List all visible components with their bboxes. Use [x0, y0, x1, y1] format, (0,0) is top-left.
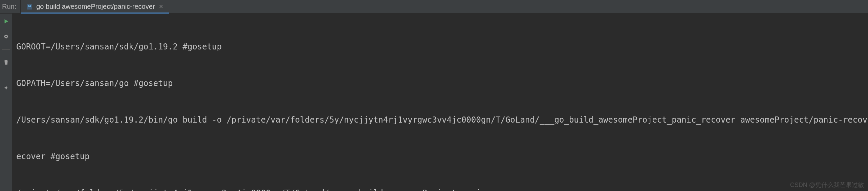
top-bar: Run: go build awesomeProject/panic-recov… [0, 0, 868, 14]
close-icon[interactable]: ✕ [158, 3, 164, 10]
gutter-toolbar [0, 14, 12, 191]
run-panel-label: Run: [0, 0, 21, 13]
settings-icon[interactable] [2, 33, 10, 41]
svg-point-4 [30, 6, 30, 6]
svg-point-3 [28, 6, 29, 6]
console-line: /Users/sansan/sdk/go1.19.2/bin/go build … [16, 114, 864, 126]
pin-icon[interactable] [2, 84, 10, 91]
console-line: ecover #gosetup [16, 150, 864, 163]
svg-rect-0 [27, 4, 32, 9]
main-area: GOROOT=/Users/sansan/sdk/go1.19.2 #goset… [0, 14, 868, 191]
gutter-divider [2, 49, 10, 50]
console-line: /private/var/folders/5y/nycjjytn4rj1vyrg… [16, 187, 864, 191]
watermark: CSDN @凭什么我芒果过敏 [790, 181, 864, 189]
go-file-icon [26, 3, 33, 10]
run-icon[interactable] [2, 18, 10, 25]
console-line: GOPATH=/Users/sansan/go #gosetup [16, 77, 864, 89]
tab-label: go build awesomeProject/panic-recover [36, 3, 155, 10]
console-output[interactable]: GOROOT=/Users/sansan/sdk/go1.19.2 #goset… [12, 14, 868, 191]
console-line: GOROOT=/Users/sansan/sdk/go1.19.2 #goset… [16, 41, 864, 53]
gutter-divider [2, 75, 10, 75]
trash-icon[interactable] [2, 59, 10, 66]
run-config-tab[interactable]: go build awesomeProject/panic-recover ✕ [21, 0, 169, 13]
